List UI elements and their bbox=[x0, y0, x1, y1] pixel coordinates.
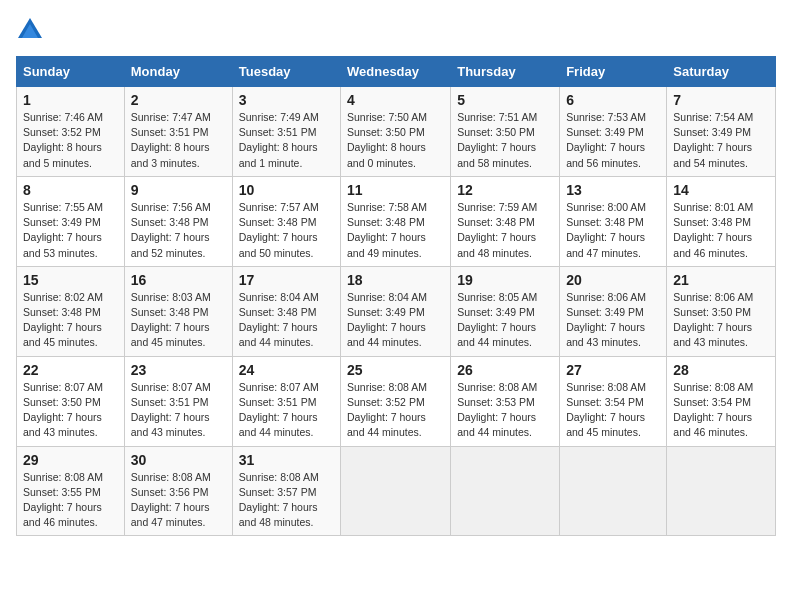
day-info: Sunrise: 8:06 AM Sunset: 3:49 PM Dayligh… bbox=[566, 290, 660, 351]
day-number: 5 bbox=[457, 92, 553, 108]
day-info: Sunrise: 8:08 AM Sunset: 3:54 PM Dayligh… bbox=[673, 380, 769, 441]
calendar-cell: 30Sunrise: 8:08 AM Sunset: 3:56 PM Dayli… bbox=[124, 446, 232, 536]
day-number: 7 bbox=[673, 92, 769, 108]
day-number: 10 bbox=[239, 182, 334, 198]
day-info: Sunrise: 8:04 AM Sunset: 3:48 PM Dayligh… bbox=[239, 290, 334, 351]
day-info: Sunrise: 8:03 AM Sunset: 3:48 PM Dayligh… bbox=[131, 290, 226, 351]
day-info: Sunrise: 8:04 AM Sunset: 3:49 PM Dayligh… bbox=[347, 290, 444, 351]
day-info: Sunrise: 7:46 AM Sunset: 3:52 PM Dayligh… bbox=[23, 110, 118, 171]
day-number: 29 bbox=[23, 452, 118, 468]
day-info: Sunrise: 7:58 AM Sunset: 3:48 PM Dayligh… bbox=[347, 200, 444, 261]
logo-icon bbox=[16, 16, 44, 44]
calendar-cell: 19Sunrise: 8:05 AM Sunset: 3:49 PM Dayli… bbox=[451, 266, 560, 356]
day-number: 31 bbox=[239, 452, 334, 468]
calendar-table: SundayMondayTuesdayWednesdayThursdayFrid… bbox=[16, 56, 776, 536]
day-info: Sunrise: 8:08 AM Sunset: 3:54 PM Dayligh… bbox=[566, 380, 660, 441]
day-info: Sunrise: 8:07 AM Sunset: 3:51 PM Dayligh… bbox=[131, 380, 226, 441]
day-info: Sunrise: 8:02 AM Sunset: 3:48 PM Dayligh… bbox=[23, 290, 118, 351]
day-number: 9 bbox=[131, 182, 226, 198]
calendar-cell: 22Sunrise: 8:07 AM Sunset: 3:50 PM Dayli… bbox=[17, 356, 125, 446]
day-info: Sunrise: 7:47 AM Sunset: 3:51 PM Dayligh… bbox=[131, 110, 226, 171]
header-saturday: Saturday bbox=[667, 57, 776, 87]
calendar-week-5: 29Sunrise: 8:08 AM Sunset: 3:55 PM Dayli… bbox=[17, 446, 776, 536]
day-number: 24 bbox=[239, 362, 334, 378]
day-number: 14 bbox=[673, 182, 769, 198]
page-header bbox=[16, 16, 776, 44]
day-number: 1 bbox=[23, 92, 118, 108]
logo bbox=[16, 16, 48, 44]
calendar-cell: 12Sunrise: 7:59 AM Sunset: 3:48 PM Dayli… bbox=[451, 176, 560, 266]
day-number: 11 bbox=[347, 182, 444, 198]
calendar-cell: 21Sunrise: 8:06 AM Sunset: 3:50 PM Dayli… bbox=[667, 266, 776, 356]
calendar-cell: 17Sunrise: 8:04 AM Sunset: 3:48 PM Dayli… bbox=[232, 266, 340, 356]
day-number: 27 bbox=[566, 362, 660, 378]
day-info: Sunrise: 8:08 AM Sunset: 3:57 PM Dayligh… bbox=[239, 470, 334, 531]
day-number: 19 bbox=[457, 272, 553, 288]
calendar-cell bbox=[667, 446, 776, 536]
calendar-cell: 29Sunrise: 8:08 AM Sunset: 3:55 PM Dayli… bbox=[17, 446, 125, 536]
day-number: 18 bbox=[347, 272, 444, 288]
calendar-cell: 18Sunrise: 8:04 AM Sunset: 3:49 PM Dayli… bbox=[341, 266, 451, 356]
calendar-cell: 31Sunrise: 8:08 AM Sunset: 3:57 PM Dayli… bbox=[232, 446, 340, 536]
calendar-cell: 14Sunrise: 8:01 AM Sunset: 3:48 PM Dayli… bbox=[667, 176, 776, 266]
calendar-cell: 24Sunrise: 8:07 AM Sunset: 3:51 PM Dayli… bbox=[232, 356, 340, 446]
calendar-cell: 13Sunrise: 8:00 AM Sunset: 3:48 PM Dayli… bbox=[560, 176, 667, 266]
day-number: 2 bbox=[131, 92, 226, 108]
calendar-cell: 16Sunrise: 8:03 AM Sunset: 3:48 PM Dayli… bbox=[124, 266, 232, 356]
day-number: 8 bbox=[23, 182, 118, 198]
day-number: 22 bbox=[23, 362, 118, 378]
header-monday: Monday bbox=[124, 57, 232, 87]
day-info: Sunrise: 7:51 AM Sunset: 3:50 PM Dayligh… bbox=[457, 110, 553, 171]
day-info: Sunrise: 7:53 AM Sunset: 3:49 PM Dayligh… bbox=[566, 110, 660, 171]
header-thursday: Thursday bbox=[451, 57, 560, 87]
calendar-cell: 5Sunrise: 7:51 AM Sunset: 3:50 PM Daylig… bbox=[451, 87, 560, 177]
calendar-cell: 10Sunrise: 7:57 AM Sunset: 3:48 PM Dayli… bbox=[232, 176, 340, 266]
header-sunday: Sunday bbox=[17, 57, 125, 87]
calendar-cell: 8Sunrise: 7:55 AM Sunset: 3:49 PM Daylig… bbox=[17, 176, 125, 266]
day-number: 6 bbox=[566, 92, 660, 108]
calendar-cell: 23Sunrise: 8:07 AM Sunset: 3:51 PM Dayli… bbox=[124, 356, 232, 446]
day-number: 4 bbox=[347, 92, 444, 108]
calendar-week-1: 1Sunrise: 7:46 AM Sunset: 3:52 PM Daylig… bbox=[17, 87, 776, 177]
day-info: Sunrise: 7:56 AM Sunset: 3:48 PM Dayligh… bbox=[131, 200, 226, 261]
calendar-cell: 15Sunrise: 8:02 AM Sunset: 3:48 PM Dayli… bbox=[17, 266, 125, 356]
calendar-week-2: 8Sunrise: 7:55 AM Sunset: 3:49 PM Daylig… bbox=[17, 176, 776, 266]
calendar-cell: 28Sunrise: 8:08 AM Sunset: 3:54 PM Dayli… bbox=[667, 356, 776, 446]
day-info: Sunrise: 7:59 AM Sunset: 3:48 PM Dayligh… bbox=[457, 200, 553, 261]
day-number: 15 bbox=[23, 272, 118, 288]
calendar-cell: 27Sunrise: 8:08 AM Sunset: 3:54 PM Dayli… bbox=[560, 356, 667, 446]
calendar-cell: 3Sunrise: 7:49 AM Sunset: 3:51 PM Daylig… bbox=[232, 87, 340, 177]
day-number: 12 bbox=[457, 182, 553, 198]
day-number: 20 bbox=[566, 272, 660, 288]
calendar-cell: 1Sunrise: 7:46 AM Sunset: 3:52 PM Daylig… bbox=[17, 87, 125, 177]
day-number: 28 bbox=[673, 362, 769, 378]
day-number: 13 bbox=[566, 182, 660, 198]
day-number: 21 bbox=[673, 272, 769, 288]
day-info: Sunrise: 8:07 AM Sunset: 3:50 PM Dayligh… bbox=[23, 380, 118, 441]
calendar-cell: 25Sunrise: 8:08 AM Sunset: 3:52 PM Dayli… bbox=[341, 356, 451, 446]
day-number: 23 bbox=[131, 362, 226, 378]
header-tuesday: Tuesday bbox=[232, 57, 340, 87]
day-info: Sunrise: 8:07 AM Sunset: 3:51 PM Dayligh… bbox=[239, 380, 334, 441]
calendar-cell: 6Sunrise: 7:53 AM Sunset: 3:49 PM Daylig… bbox=[560, 87, 667, 177]
header-wednesday: Wednesday bbox=[341, 57, 451, 87]
day-info: Sunrise: 8:01 AM Sunset: 3:48 PM Dayligh… bbox=[673, 200, 769, 261]
calendar-header-row: SundayMondayTuesdayWednesdayThursdayFrid… bbox=[17, 57, 776, 87]
day-info: Sunrise: 7:54 AM Sunset: 3:49 PM Dayligh… bbox=[673, 110, 769, 171]
calendar-cell: 7Sunrise: 7:54 AM Sunset: 3:49 PM Daylig… bbox=[667, 87, 776, 177]
day-number: 25 bbox=[347, 362, 444, 378]
day-info: Sunrise: 7:49 AM Sunset: 3:51 PM Dayligh… bbox=[239, 110, 334, 171]
calendar-cell: 9Sunrise: 7:56 AM Sunset: 3:48 PM Daylig… bbox=[124, 176, 232, 266]
day-info: Sunrise: 7:55 AM Sunset: 3:49 PM Dayligh… bbox=[23, 200, 118, 261]
day-number: 3 bbox=[239, 92, 334, 108]
day-number: 16 bbox=[131, 272, 226, 288]
day-info: Sunrise: 7:57 AM Sunset: 3:48 PM Dayligh… bbox=[239, 200, 334, 261]
day-info: Sunrise: 8:00 AM Sunset: 3:48 PM Dayligh… bbox=[566, 200, 660, 261]
header-friday: Friday bbox=[560, 57, 667, 87]
calendar-cell: 4Sunrise: 7:50 AM Sunset: 3:50 PM Daylig… bbox=[341, 87, 451, 177]
calendar-cell: 26Sunrise: 8:08 AM Sunset: 3:53 PM Dayli… bbox=[451, 356, 560, 446]
calendar-week-3: 15Sunrise: 8:02 AM Sunset: 3:48 PM Dayli… bbox=[17, 266, 776, 356]
calendar-cell: 20Sunrise: 8:06 AM Sunset: 3:49 PM Dayli… bbox=[560, 266, 667, 356]
day-info: Sunrise: 8:06 AM Sunset: 3:50 PM Dayligh… bbox=[673, 290, 769, 351]
calendar-cell bbox=[451, 446, 560, 536]
